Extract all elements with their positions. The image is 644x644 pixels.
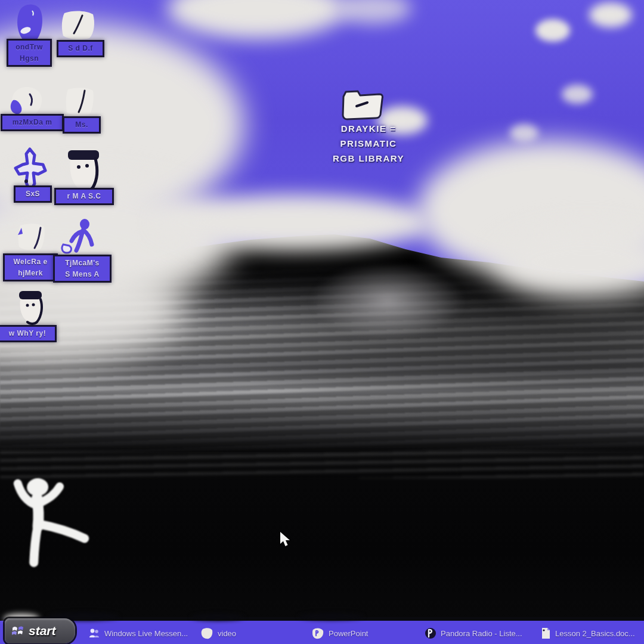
folder-label-line: DRAYKIE = (315, 122, 422, 137)
desktop-folder-draykie[interactable] (340, 88, 385, 122)
start-button[interactable]: start (5, 618, 75, 643)
taskbar-item-video[interactable]: video (200, 624, 236, 642)
sprite-figure-icon (58, 218, 100, 256)
folder-label-line: PRISMATIC (315, 137, 422, 151)
taskbar-item-label: Windows Live Messen... (104, 629, 188, 638)
desktop-icon-3[interactable]: mzMxDa m (6, 83, 60, 138)
icon-label-line: w WhY ry! (2, 328, 52, 339)
taskbar-item-word-doc[interactable]: Lesson 2_Basics.doc... (540, 624, 635, 642)
icon-label-line: hjMerk (7, 268, 54, 279)
desktop-icon-2[interactable]: S d D.f (60, 10, 99, 60)
desktop-icon-4[interactable]: Ms. (63, 86, 99, 137)
icon-label-line: Ms. (67, 119, 97, 131)
desktop: ondTrw Hgsn S d D.f mzMxDa m Ms. (0, 0, 644, 644)
icon-label-line: SxS (18, 188, 48, 200)
page-icon (63, 86, 97, 118)
taskbar-edge (298, 613, 364, 620)
foreground-streaks (0, 451, 644, 478)
globe-blob-icon (6, 83, 48, 120)
notepad-page-icon (14, 222, 49, 254)
hill-light-patch (310, 262, 465, 340)
taskbar-item-pandora[interactable]: Pandora Radio - Liste... (425, 624, 522, 642)
icon-label-line: r M A S.C (58, 191, 110, 202)
taskbar-item-label: Pandora Radio - Liste... (441, 629, 522, 638)
windows-flag-icon (11, 624, 25, 638)
taskbar-edge (191, 614, 244, 621)
icon-label-line: Hgsn (11, 53, 48, 64)
taskbar-item-messenger[interactable]: Windows Live Messen... (88, 624, 188, 642)
powerpoint-icon (311, 627, 324, 640)
taskbar: start Windows Live Messen... video Power… (0, 617, 644, 644)
desktop-icon-9[interactable]: w WhY ry! (0, 290, 55, 346)
crumpled-page-icon (60, 10, 97, 41)
start-button-label: start (29, 624, 56, 638)
desktop-icon-7[interactable]: WelcRa e hjMerk (14, 222, 56, 292)
cloud (535, 19, 570, 42)
taskbar-item-label: video (218, 629, 236, 638)
mouse-cursor (279, 531, 292, 548)
folder-label: DRAYKIE = PRISMATIC RGB LIBRARY (315, 122, 422, 166)
pandora-icon (425, 627, 436, 640)
cloud (510, 124, 538, 142)
word-document-icon (540, 627, 551, 640)
folder-icon (340, 88, 385, 122)
desktop-icon-6[interactable]: r M A S.C (60, 148, 113, 208)
cloud (589, 2, 632, 27)
face-icon (13, 290, 49, 327)
taskbar-item-powerpoint[interactable]: PowerPoint (311, 624, 368, 642)
icon-label-line: S d D.f (61, 43, 100, 54)
messenger-icon (88, 627, 100, 639)
taskbar-item-label: Lesson 2_Basics.doc... (555, 629, 635, 638)
icon-label-line: TjMcaM's (57, 258, 107, 269)
cloud (562, 85, 593, 104)
taskbar-item-label: PowerPoint (329, 629, 368, 638)
icon-label-line: ondTrw (11, 42, 48, 53)
cloud-band (152, 194, 432, 251)
folder-label-line: RGB LIBRARY (315, 151, 422, 166)
desktop-icon-1[interactable]: ondTrw Hgsn (10, 2, 49, 69)
video-window-icon (200, 627, 213, 640)
desktop-icon-5[interactable]: SxS (12, 147, 54, 206)
icon-label-line: mzMxDa m (5, 117, 60, 128)
desktop-icon-8[interactable]: TjMcaM's S Mens A (58, 218, 112, 292)
hooded-figure-icon (10, 2, 49, 41)
icon-label-line: WelcRa e (7, 256, 54, 268)
dancing-figure (2, 470, 97, 570)
icon-label-line: S Mens A (57, 269, 107, 280)
